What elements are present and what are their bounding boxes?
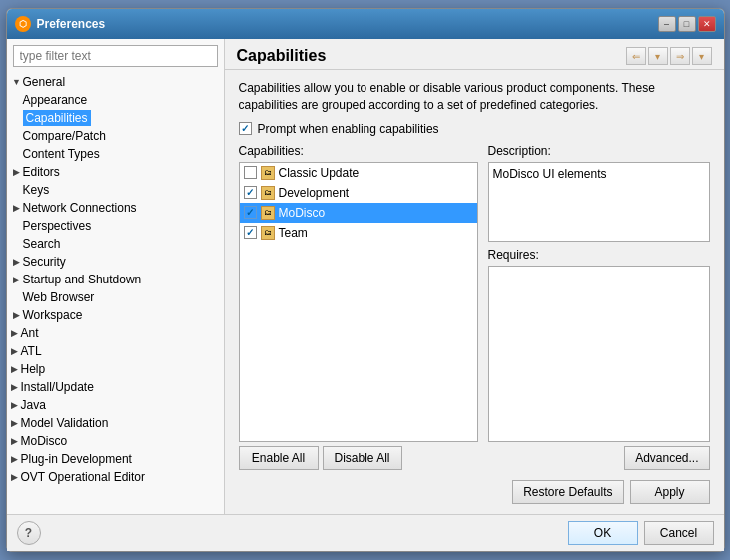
label-perspectives: Perspectives — [23, 219, 92, 233]
window-icon: ⬡ — [15, 16, 31, 32]
enable-all-button[interactable]: Enable All — [239, 446, 319, 470]
tree-item-atl[interactable]: ▶ ATL — [7, 342, 224, 360]
arrow-ant: ▶ — [9, 324, 21, 342]
ok-button[interactable]: OK — [568, 521, 638, 545]
tree-item-network-connections[interactable]: ▶ Network Connections — [7, 199, 224, 217]
label-startup-shutdown: Startup and Shutdown — [23, 273, 142, 286]
prompt-checkbox[interactable] — [239, 122, 252, 135]
restore-defaults-button[interactable]: Restore Defaults — [512, 480, 623, 504]
requires-label: Requires: — [488, 248, 710, 262]
cap-item-classic-update[interactable]: 🗂 Classic Update — [240, 163, 477, 183]
maximize-button[interactable]: □ — [678, 16, 696, 32]
tree-item-perspectives[interactable]: Perspectives — [7, 217, 224, 235]
arrow-install: ▶ — [9, 378, 21, 396]
cap-icon-development: 🗂 — [261, 186, 275, 200]
close-button[interactable]: ✕ — [698, 16, 716, 32]
tree-item-java[interactable]: ▶ Java — [7, 396, 224, 414]
arrow-startup: ▶ — [11, 271, 23, 288]
advanced-button[interactable]: Advanced... — [624, 446, 709, 470]
panel-bottom-buttons: Restore Defaults Apply — [239, 480, 710, 504]
cap-item-modisco[interactable]: 🗂 MoDisco — [240, 203, 477, 223]
right-panel: Capabilities ⇐ ▾ ⇒ ▾ Capabilities allow … — [225, 39, 724, 514]
cap-icon-classic-update: 🗂 — [261, 166, 275, 180]
tree-item-model-validation[interactable]: ▶ Model Validation — [7, 414, 224, 432]
label-modisco: MoDisco — [21, 434, 68, 448]
cap-name-team: Team — [279, 226, 308, 240]
tree-item-help[interactable]: ▶ Help — [7, 360, 224, 378]
filter-input[interactable] — [13, 45, 218, 67]
arrow-modisco: ▶ — [9, 432, 21, 450]
tree-item-content-types[interactable]: Content Types — [7, 145, 224, 163]
nav-forward-button[interactable]: ⇒ — [670, 47, 690, 65]
label-general: General — [23, 75, 66, 89]
tree-item-compare-patch[interactable]: Compare/Patch — [7, 127, 224, 145]
arrow-model: ▶ — [9, 414, 21, 432]
left-panel: ▼ General Appearance Capabilities Compar… — [7, 39, 225, 514]
cap-item-development[interactable]: 🗂 Development — [240, 183, 477, 203]
label-search: Search — [23, 237, 61, 251]
preferences-window: ⬡ Preferences – □ ✕ ▼ General — [6, 8, 725, 552]
label-capabilities: Capabilities — [23, 110, 91, 126]
arrow-plugin: ▶ — [9, 450, 21, 468]
tree-item-ovt[interactable]: ▶ OVT Operational Editor — [7, 468, 224, 486]
right-action-row: Advanced... — [488, 446, 710, 470]
main-content: ▼ General Appearance Capabilities Compar… — [7, 39, 724, 514]
tree-item-startup-shutdown[interactable]: ▶ Startup and Shutdown — [7, 271, 224, 288]
label-workspace: Workspace — [23, 308, 83, 322]
minimize-button[interactable]: – — [658, 16, 676, 32]
tree-item-workspace[interactable]: ▶ Workspace — [7, 306, 224, 324]
title-bar-controls: – □ ✕ — [658, 16, 716, 32]
label-ovt: OVT Operational Editor — [21, 470, 146, 484]
cap-name-classic-update: Classic Update — [279, 166, 360, 180]
title-bar: ⬡ Preferences – □ ✕ — [7, 9, 724, 39]
tree-item-search[interactable]: Search — [7, 235, 224, 253]
panel-nav: ⇐ ▾ ⇒ ▾ — [626, 47, 712, 65]
tree-item-security[interactable]: ▶ Security — [7, 253, 224, 271]
prompt-row: Prompt when enabling capabilities — [239, 122, 710, 136]
requires-box — [488, 266, 710, 442]
tree-item-keys[interactable]: Keys — [7, 181, 224, 199]
nav-forward-dropdown-button[interactable]: ▾ — [692, 47, 712, 65]
apply-button[interactable]: Apply — [630, 480, 710, 504]
help-button[interactable]: ? — [17, 521, 41, 545]
tree-item-appearance[interactable]: Appearance — [7, 91, 224, 109]
bottom-right-buttons: OK Cancel — [568, 521, 714, 545]
label-plugin-development: Plug-in Development — [21, 452, 132, 466]
title-bar-left: ⬡ Preferences — [15, 16, 106, 32]
tree-item-web-browser[interactable]: Web Browser — [7, 288, 224, 306]
arrow-help: ▶ — [9, 360, 21, 378]
tree-item-modisco[interactable]: ▶ MoDisco — [7, 432, 224, 450]
arrow-editors: ▶ — [11, 163, 23, 181]
label-compare-patch: Compare/Patch — [23, 129, 106, 143]
arrow-general: ▼ — [11, 73, 23, 91]
label-network-connections: Network Connections — [23, 201, 137, 215]
cap-checkbox-development[interactable] — [244, 186, 257, 199]
tree-item-general[interactable]: ▼ General — [7, 73, 224, 91]
cap-name-development: Development — [279, 186, 350, 200]
tree-item-plugin-development[interactable]: ▶ Plug-in Development — [7, 450, 224, 468]
tree-item-ant[interactable]: ▶ Ant — [7, 324, 224, 342]
capabilities-list: 🗂 Classic Update 🗂 Development — [239, 162, 478, 442]
tree-item-capabilities[interactable]: Capabilities — [7, 109, 224, 127]
tree-item-install-update[interactable]: ▶ Install/Update — [7, 378, 224, 396]
description-box-text: MoDisco UI elements — [493, 167, 607, 181]
label-appearance: Appearance — [23, 93, 88, 107]
nav-back-button[interactable]: ⇐ — [626, 47, 646, 65]
label-install-update: Install/Update — [21, 380, 94, 394]
window-title: Preferences — [37, 17, 106, 31]
tree-item-editors[interactable]: ▶ Editors — [7, 163, 224, 181]
cap-checkbox-team[interactable] — [244, 226, 257, 239]
label-ant: Ant — [21, 326, 39, 340]
nav-dropdown-button[interactable]: ▾ — [648, 47, 668, 65]
label-java: Java — [21, 398, 46, 412]
tree-area: ▼ General Appearance Capabilities Compar… — [7, 73, 224, 514]
cap-checkbox-classic-update[interactable] — [244, 166, 257, 179]
cap-item-team[interactable]: 🗂 Team — [240, 223, 477, 243]
cap-checkbox-modisco[interactable] — [244, 206, 257, 219]
arrow-security: ▶ — [11, 253, 23, 271]
cancel-button[interactable]: Cancel — [644, 521, 714, 545]
capabilities-column-label: Capabilities: — [239, 144, 478, 158]
disable-all-button[interactable]: Disable All — [323, 446, 402, 470]
label-keys: Keys — [23, 183, 50, 197]
description-box: MoDisco UI elements — [488, 162, 710, 242]
